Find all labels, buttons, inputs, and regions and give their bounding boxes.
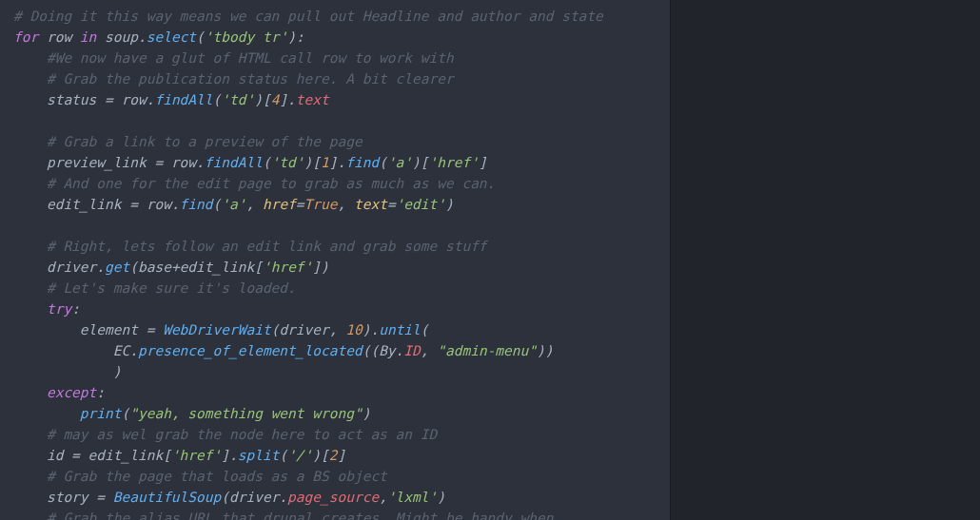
code-comment: # Grab the alias URL that drupal creates… <box>47 510 554 520</box>
code-block[interactable]: # Doing it this way means we can pull ou… <box>13 6 657 520</box>
code-comment: # Grab the publication status here. A bi… <box>47 71 454 87</box>
code-comment: # And one for the edit page to grab as m… <box>47 176 495 191</box>
keyword-except: except <box>47 385 96 400</box>
keyword-try: try <box>47 301 71 317</box>
code-editor[interactable]: # Doing it this way means we can pull ou… <box>0 0 670 520</box>
keyword-for: for <box>13 29 38 45</box>
keyword-in: in <box>80 29 96 45</box>
code-comment: # Right, lets follow an edit link and gr… <box>47 239 487 254</box>
code-comment: # Grab the page that loads as a BS objec… <box>47 469 387 484</box>
code-comment: # may as wel grab the node here to act a… <box>47 427 437 442</box>
code-comment: # Grab a link to a preview of the page <box>47 134 363 149</box>
fn-select: select <box>147 29 196 45</box>
code-comment: #We now have a glut of HTML call row to … <box>47 50 454 66</box>
side-panel <box>670 0 980 520</box>
code-comment: # Let's make sure it's loaded. <box>47 280 296 296</box>
editor-layout: # Doing it this way means we can pull ou… <box>0 0 980 520</box>
code-comment: # Doing it this way means we can pull ou… <box>13 9 603 24</box>
